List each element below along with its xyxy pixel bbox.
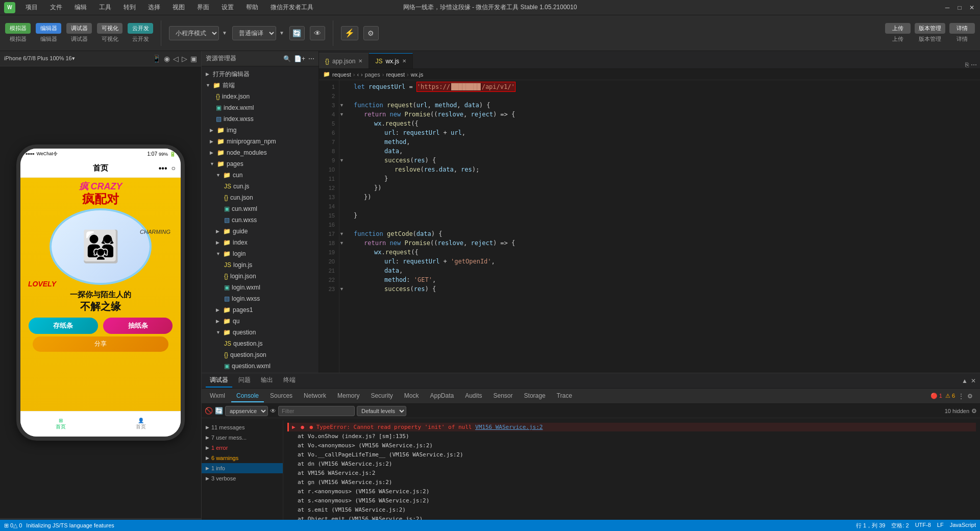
console-close-icon[interactable]: ✕	[971, 377, 976, 384]
file-question-json[interactable]: {} question.json	[202, 349, 318, 360]
console-chevron-up-icon[interactable]: ▲	[962, 377, 968, 384]
devtool-storage[interactable]: Storage	[519, 390, 551, 402]
devtool-security[interactable]: Security	[365, 390, 398, 402]
save-note-button[interactable]: 存纸条	[29, 318, 98, 334]
close-wx-js[interactable]: ✕	[402, 58, 406, 64]
tab-terminal[interactable]: 终端	[279, 374, 300, 388]
menu-settings[interactable]: 设置	[219, 2, 236, 13]
group-verbose[interactable]: ▶ 3 verbose	[202, 473, 283, 484]
file-index-json[interactable]: {} index.json	[202, 91, 318, 102]
devtool-sources[interactable]: Sources	[265, 390, 298, 402]
tab-problems[interactable]: 问题	[234, 374, 255, 388]
devtool-network[interactable]: Network	[299, 390, 331, 402]
folder-node-modules[interactable]: ▶ 📁 node_modules	[202, 147, 318, 158]
editor-button[interactable]: 编辑器	[36, 23, 61, 34]
bottom-nav-home[interactable]: ⊞ 首页	[20, 412, 101, 437]
file-login-json[interactable]: {} login.json	[202, 271, 318, 282]
devtool-sensor[interactable]: Sensor	[488, 390, 518, 402]
menu-interface[interactable]: 界面	[195, 2, 211, 13]
tab-app-json[interactable]: {} app.json ✕	[319, 53, 369, 68]
file-login-wxml[interactable]: ▣ login.wxml	[202, 282, 318, 293]
folder-qu[interactable]: ▶ 📁 qu	[202, 316, 318, 327]
compile-mode-select[interactable]: 小程序模式	[169, 26, 219, 40]
file-cun-js[interactable]: JS cun.js	[202, 181, 318, 192]
folder-cun[interactable]: ▼ 📁 cun	[202, 170, 318, 181]
menu-view[interactable]: 视图	[170, 2, 187, 13]
fold-18[interactable]: ▼	[339, 238, 350, 248]
phone-icon-5[interactable]: ▣	[190, 55, 197, 63]
preview-device-button[interactable]: 👁	[310, 26, 325, 40]
fold-9[interactable]: ▼	[339, 156, 350, 165]
home-circle-icon[interactable]: ○	[172, 164, 176, 173]
menu-project[interactable]: 项目	[23, 2, 40, 13]
folder-guide[interactable]: ▶ 📁 guide	[202, 226, 318, 237]
section-open-editors[interactable]: ▶ 打开的编辑器	[202, 68, 318, 80]
console-filter-input[interactable]	[278, 406, 355, 416]
group-all-messages[interactable]: ▶ 11 messages	[202, 422, 283, 432]
menu-help[interactable]: 帮助	[244, 2, 260, 13]
compile-type-select[interactable]: 普通编译	[232, 26, 276, 40]
draw-note-button[interactable]: 抽纸条	[103, 318, 173, 334]
devtool-appdata[interactable]: AppData	[425, 390, 459, 402]
share-button[interactable]: 分享	[33, 336, 169, 352]
phone-icon-3[interactable]: ◁	[173, 55, 179, 63]
menu-wechat-devtools[interactable]: 微信开发者工具	[268, 2, 315, 13]
file-cun-json[interactable]: {} cun.json	[202, 192, 318, 203]
menu-file[interactable]: 文件	[48, 2, 64, 13]
compile-button[interactable]: ⚡	[341, 26, 358, 40]
breadcrumb-item-1[interactable]: request	[332, 71, 351, 78]
group-info[interactable]: ▶ 1 info	[202, 463, 283, 473]
context-eye-icon[interactable]: 👁	[270, 407, 276, 415]
folder-index[interactable]: ▶ 📁 index	[202, 237, 318, 248]
tab-debugger[interactable]: 调试器	[206, 374, 232, 388]
details-button[interactable]: 详情	[949, 23, 975, 34]
folder-login[interactable]: ▼ 📁 login	[202, 248, 318, 259]
upload-button[interactable]: 上传	[885, 23, 911, 34]
devtools-more-icon[interactable]: ⋮	[958, 393, 964, 400]
tab-output[interactable]: 输出	[257, 374, 277, 388]
phone-icon-1[interactable]: 📱	[152, 55, 161, 63]
menu-goto[interactable]: 转到	[121, 2, 138, 13]
fold-17[interactable]: ▼	[339, 229, 350, 238]
menu-tools[interactable]: 工具	[97, 2, 113, 13]
console-settings-icon[interactable]: ⚙	[971, 407, 977, 415]
close-app-json[interactable]: ✕	[358, 58, 362, 64]
minimize-button[interactable]: ─	[943, 4, 951, 12]
file-login-wxss[interactable]: ▧ login.wxss	[202, 293, 318, 304]
breadcrumb-item-4[interactable]: wx.js	[411, 71, 423, 78]
file-cun-wxss[interactable]: ▧ cun.wxss	[202, 214, 318, 226]
fold-23[interactable]: ▼	[339, 284, 350, 294]
folder-pages1[interactable]: ▶ 📁 pages1	[202, 304, 318, 316]
error-source-link[interactable]: VM156 WAService.js:2	[475, 424, 543, 430]
devtool-mock[interactable]: Mock	[399, 390, 424, 402]
folder-img[interactable]: ▶ 📁 img	[202, 125, 318, 136]
file-login-js[interactable]: JS login.js	[202, 259, 318, 271]
devtools-settings-icon[interactable]: ⚙	[967, 393, 973, 400]
split-editor-icon[interactable]: ⎘	[965, 61, 969, 68]
close-button[interactable]: ✕	[968, 4, 976, 12]
file-question-js[interactable]: JS question.js	[202, 338, 318, 349]
devtool-memory[interactable]: Memory	[332, 390, 364, 402]
preserve-log-icon[interactable]: 🔄	[215, 407, 223, 415]
folder-pages[interactable]: ▼ 📁 pages	[202, 158, 318, 170]
folder-question[interactable]: ▼ 📁 question	[202, 327, 318, 338]
debugger-button[interactable]: 调试器	[66, 23, 92, 34]
maximize-button[interactable]: □	[955, 4, 964, 12]
file-index-wxss[interactable]: ▧ index.wxss	[202, 113, 318, 125]
clear-console-icon[interactable]: 🚫	[205, 407, 213, 415]
level-select[interactable]: Default levels	[357, 406, 406, 416]
breadcrumb-item-2[interactable]: pages	[365, 71, 380, 78]
menu-edit[interactable]: 编辑	[72, 2, 89, 13]
editor-more-icon[interactable]: ⋯	[971, 61, 977, 68]
new-file-icon[interactable]: 📄+	[294, 55, 305, 62]
more-options-icon[interactable]: ⋯	[308, 55, 314, 62]
version-button[interactable]: 版本管理	[915, 23, 945, 34]
devtool-wxml[interactable]: Wxml	[205, 390, 230, 402]
cloud-button[interactable]: 云开发	[128, 23, 153, 34]
group-user-messages[interactable]: ▶ 7 user mess...	[202, 432, 283, 443]
breadcrumb-arrow-left[interactable]: ‹	[357, 71, 359, 78]
more-icon[interactable]: •••	[159, 164, 167, 173]
group-errors[interactable]: ▶ 1 error	[202, 443, 283, 453]
fold-4[interactable]: ▼	[339, 110, 350, 119]
search-icon[interactable]: 🔍	[283, 55, 291, 62]
